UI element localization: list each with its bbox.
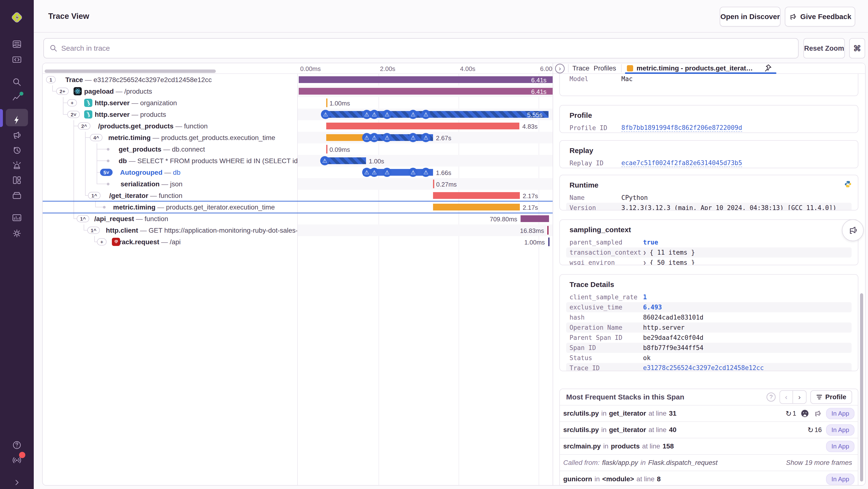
stats-icon <box>11 92 23 103</box>
tree-row-serialization[interactable]: serialization — json <box>43 178 298 190</box>
kv-value[interactable]: e31278c256524c3297e2cd12458e12cc <box>643 364 764 371</box>
span-bar[interactable] <box>299 88 553 95</box>
kv-key: Trace ID <box>569 365 643 371</box>
expand-chevron-icon[interactable]: ❯ <box>643 250 646 256</box>
green-status-dot <box>20 92 23 95</box>
span-count-chip[interactable]: + <box>97 238 106 246</box>
span-bar[interactable] <box>323 111 549 118</box>
span-count-chip[interactable]: + <box>67 99 77 107</box>
sidebar-item-metrics[interactable] <box>0 210 34 225</box>
sidebar-item-alerts[interactable] <box>0 157 34 173</box>
command-key-button[interactable]: ⌘ <box>849 38 865 58</box>
sidebar-item-broadcast[interactable] <box>0 452 34 467</box>
details-scrollbar[interactable] <box>860 293 863 482</box>
kv-value[interactable]: ecae7c51f0024f2fa82e6314045d73b5 <box>621 159 742 167</box>
span-bar[interactable] <box>299 76 553 83</box>
stack-frame-row[interactable]: src/utils.pyinget_iteratorat line31↻1In … <box>560 405 858 422</box>
leaf-dot <box>107 148 110 151</box>
sidebar-item-dashboards[interactable] <box>0 173 34 188</box>
tree-row-db[interactable]: db — SELECT * FROM products WHERE id IN … <box>43 155 298 167</box>
tree-row-rack-request[interactable]: +rack.request — /api <box>43 236 298 248</box>
span-bar[interactable] <box>433 204 520 210</box>
span-count-chip[interactable]: 1^ <box>77 215 89 222</box>
sidebar-item-performance[interactable] <box>0 112 34 128</box>
kv-key: Model <box>569 75 621 83</box>
sidebar-item-archive[interactable] <box>0 188 34 203</box>
megaphone-icon[interactable] <box>813 409 822 418</box>
stack-frame-row[interactable]: Called from: flask/app.pyinFlask.dispatc… <box>560 454 858 471</box>
span-bar[interactable] <box>433 192 520 199</box>
show-more-frames-link[interactable]: Show 19 more frames <box>786 459 852 466</box>
stack-frame-row[interactable]: src/main.pyinproductsat line158In App <box>560 438 858 454</box>
span-count-chip[interactable]: 2+ <box>56 88 69 95</box>
floating-feedback-button[interactable] <box>842 220 864 241</box>
span-count-chip[interactable]: 1^ <box>87 227 100 234</box>
flask-icon <box>84 99 92 107</box>
profile-button[interactable]: Profile <box>810 390 852 404</box>
help-icon[interactable]: ? <box>767 393 776 402</box>
span-bar[interactable] <box>323 157 366 164</box>
python-icon <box>844 180 851 190</box>
stack-frame-row[interactable]: src/utils.pyinget_iteratorat line40↻16In… <box>560 422 858 438</box>
span-tick[interactable] <box>326 98 328 107</box>
sidebar-item-search[interactable] <box>0 74 34 90</box>
tab-active-span[interactable]: metric.timing - products.get_iterat… <box>637 64 753 72</box>
tree-row--get-iterator[interactable]: 1^/get_iterator — function <box>43 190 298 201</box>
give-feedback-button[interactable]: Give Feedback <box>785 7 855 27</box>
reset-zoom-button[interactable]: Reset Zoom <box>803 38 845 58</box>
span-count-chip[interactable]: 1^ <box>88 192 100 199</box>
collapse-panel-icon[interactable]: › <box>555 64 565 74</box>
tree-row--api-request[interactable]: 1^/api_request — function <box>43 213 298 225</box>
tree-row-http-server[interactable]: 2˅http.server — products <box>43 109 298 120</box>
sidebar-item-projects[interactable] <box>0 52 34 67</box>
timeline-zebra-band <box>298 178 553 190</box>
span-count-chip[interactable]: 2˅ <box>67 111 80 118</box>
span-count-chip[interactable]: 2^ <box>78 122 90 130</box>
span-tick[interactable] <box>548 237 550 246</box>
tree-row-pageload[interactable]: 2+pageload — /products <box>43 85 298 97</box>
sidebar-item-expand[interactable] <box>0 475 34 489</box>
tree-row-http-server[interactable]: +http.server — organization <box>43 97 298 109</box>
next-page-button[interactable]: › <box>793 390 807 404</box>
open-in-discover-button[interactable]: Open in Discover <box>720 7 780 27</box>
sidebar-item-settings[interactable] <box>0 226 34 241</box>
stack-frame-row[interactable]: gunicornin<module>at line8In App <box>560 471 858 486</box>
tree-timeline-divider[interactable] <box>297 63 298 486</box>
tree-row-get-products[interactable]: get_products — db.connect <box>43 143 298 155</box>
span-bar[interactable] <box>326 123 519 130</box>
span-count-chip[interactable]: 1 <box>46 76 56 83</box>
sidebar-item-stats[interactable] <box>0 90 34 105</box>
tree-row-autogrouped[interactable]: 5˅Autogrouped — db <box>43 167 298 178</box>
horizontal-scrollbar[interactable] <box>44 69 216 73</box>
span-tick[interactable] <box>326 145 328 153</box>
kv-value[interactable]: 8fb7bb1891994f8c862f206e8722009d <box>621 124 742 132</box>
tree-row-metric-timing[interactable]: metric.timing — products.get_iterator.ex… <box>43 201 298 213</box>
pin-icon[interactable] <box>763 64 772 74</box>
sidebar-item-replays[interactable] <box>0 142 34 158</box>
tab-profiles[interactable]: Profiles <box>594 64 616 72</box>
span-bar[interactable] <box>521 215 549 222</box>
prev-page-button[interactable]: ‹ <box>779 390 793 404</box>
in-app-badge: In App <box>826 473 855 485</box>
span-count-chip[interactable]: 4^ <box>90 134 102 141</box>
sidebar-item-issues[interactable] <box>0 36 34 52</box>
sidebar-item-help[interactable] <box>0 437 34 453</box>
tree-row-trace[interactable]: 1Trace — e31278c256524c3297e2cd12458e12c… <box>43 74 298 85</box>
tree-row--products-get-products[interactable]: 2^/products.get_products — function <box>43 120 298 132</box>
span-tick[interactable] <box>433 179 434 188</box>
search-input[interactable] <box>61 44 792 52</box>
github-icon[interactable] <box>801 409 809 418</box>
tree-row-metric-timing[interactable]: 4^metric.timing — products.get_products.… <box>43 132 298 143</box>
span-bar[interactable] <box>326 134 365 141</box>
sidebar-item-releases-megaphone[interactable] <box>0 127 34 143</box>
tree-row-http-client[interactable]: 1^http.client — GET https://application-… <box>43 225 298 236</box>
kv-key: Replay ID <box>569 160 621 167</box>
sample-count: ↻16 <box>807 426 822 434</box>
span-tick[interactable] <box>547 226 549 235</box>
kv-value: http.server <box>643 324 684 331</box>
expand-chevron-icon[interactable]: ❯ <box>643 260 646 265</box>
span-count-chip[interactable]: 5˅ <box>100 169 113 176</box>
search-box[interactable] <box>43 38 799 58</box>
warning-icon: ⚠ <box>421 110 430 119</box>
tab-trace[interactable]: Trace <box>572 64 590 72</box>
